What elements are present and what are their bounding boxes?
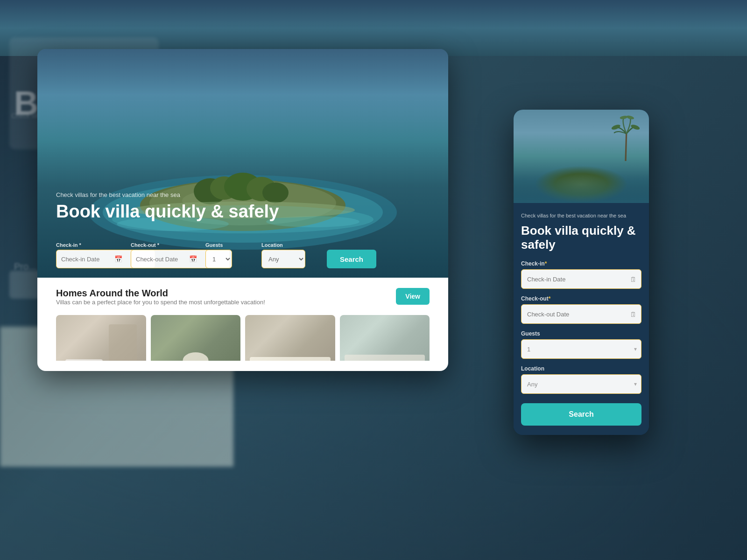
property-card[interactable]: Maldives — [56, 315, 146, 361]
checkout-field: Check-out * 📅 — [131, 242, 201, 268]
desktop-hero-content: Check villas for the best vacation near … — [56, 191, 279, 222]
mobile-checkin-label: Check-in* — [521, 260, 641, 267]
checkout-label: Check-out * — [131, 242, 201, 248]
location-field: Location Any Maldives France Bali — [261, 242, 322, 268]
mobile-guests-field: Guests 1 2 3 4 5+ ▾ — [521, 330, 641, 359]
svg-point-15 — [612, 124, 621, 131]
mobile-checkin-field: Check-in* 🗓 — [521, 260, 641, 289]
mobile-location-field: Location Any Maldives France Bali ▾ — [521, 365, 641, 394]
checkin-wrapper: 📅 — [56, 250, 126, 268]
checkin-field: Check-in * 📅 — [56, 242, 126, 268]
mobile-location-select[interactable]: Any Maldives France Bali — [521, 374, 641, 394]
svg-point-16 — [630, 124, 640, 131]
guests-field: Guests 1 2 3 4 5+ — [205, 242, 257, 268]
mobile-guests-label: Guests — [521, 330, 641, 337]
mobile-guests-chevron-icon: ▾ — [634, 346, 637, 352]
background-property-text: Pro... — [14, 261, 36, 272]
checkin-label: Check-in * — [56, 242, 126, 248]
mobile-checkout-calendar-icon: 🗓 — [630, 310, 637, 318]
desktop-card: Check villas for the best vacation near … — [37, 49, 448, 371]
mobile-hero — [514, 110, 649, 203]
checkout-wrapper: 📅 — [131, 250, 201, 268]
homes-subtitle: Villas can be a perfect place for you to… — [56, 299, 265, 306]
mobile-checkout-label: Check-out* — [521, 295, 641, 302]
mobile-checkin-calendar-icon: 🗓 — [630, 275, 637, 283]
hero-title: Book villa quickly & safely — [56, 202, 279, 222]
mobile-checkin-input[interactable] — [521, 269, 641, 289]
property-card[interactable]: Maldives — [151, 315, 241, 361]
homes-section: Homes Around the World Villas can be a p… — [37, 278, 448, 371]
mobile-guests-wrapper: 1 2 3 4 5+ ▾ — [521, 339, 641, 359]
mobile-checkin-wrapper: 🗓 — [521, 269, 641, 289]
island-illustration — [79, 119, 406, 250]
svg-line-14 — [626, 134, 627, 161]
property-grid: Maldives Maldives France France — [56, 315, 430, 361]
desktop-hero: Check villas for the best vacation near … — [37, 49, 448, 278]
homes-header: Homes Around the World Villas can be a p… — [56, 288, 430, 311]
view-button[interactable]: View — [396, 288, 430, 305]
mobile-guests-select[interactable]: 1 2 3 4 5+ — [521, 339, 641, 359]
mobile-location-chevron-icon: ▾ — [634, 381, 637, 387]
mobile-checkout-input[interactable] — [521, 304, 641, 324]
guests-select[interactable]: 1 2 3 4 5+ — [205, 250, 232, 268]
mobile-search-button[interactable]: Search — [521, 403, 641, 426]
mobile-content: Check villas for the best vacation near … — [514, 203, 649, 435]
mobile-location-wrapper: Any Maldives France Bali ▾ — [521, 374, 641, 394]
mobile-checkout-wrapper: 🗓 — [521, 304, 641, 324]
svg-point-17 — [620, 115, 628, 119]
mobile-card: Check villas for the best vacation near … — [514, 110, 649, 435]
mobile-checkout-field: Check-out* 🗓 — [521, 295, 641, 324]
homes-title: Homes Around the World — [56, 288, 265, 299]
guests-wrapper: 1 2 3 4 5+ — [205, 250, 257, 268]
guests-label: Guests — [205, 242, 257, 248]
location-label: Location — [261, 242, 322, 248]
property-card[interactable]: France — [340, 315, 430, 361]
location-select[interactable]: Any Maldives France Bali — [261, 250, 305, 268]
mobile-location-label: Location — [521, 365, 641, 372]
location-wrapper: Any Maldives France Bali — [261, 250, 322, 268]
property-card[interactable]: France — [245, 315, 335, 361]
mobile-subtitle: Check villas for the best vacation near … — [521, 212, 641, 219]
homes-header-text: Homes Around the World Villas can be a p… — [56, 288, 265, 311]
hero-subtitle: Check villas for the best vacation near … — [56, 191, 279, 198]
desktop-search-button[interactable]: Search — [327, 250, 376, 268]
palm-tree-icon — [612, 114, 640, 161]
search-bar: Check-in * 📅 Check-out * 📅 Guests 1 — [56, 242, 430, 268]
mobile-title: Book villa quickly & safely — [521, 224, 641, 252]
